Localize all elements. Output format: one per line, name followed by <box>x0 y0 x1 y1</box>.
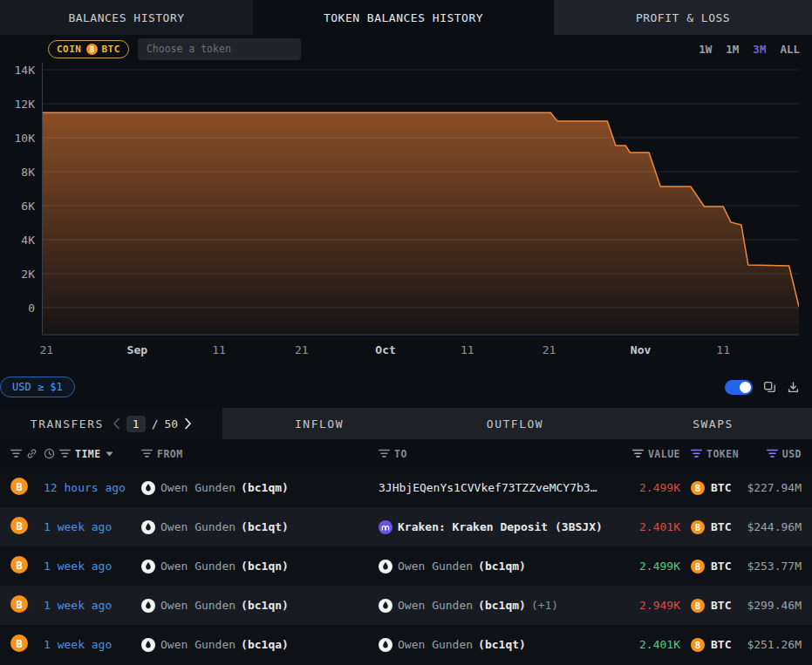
coin-filter-chip[interactable]: COIN B BTC <box>48 40 129 58</box>
token-search-input[interactable] <box>138 38 301 60</box>
entity-name: Owen Gunden <box>160 520 235 533</box>
y-tick: 14K <box>0 64 35 77</box>
copy-icon[interactable] <box>763 381 776 394</box>
column-token: TOKEN <box>680 448 747 460</box>
entity-name: Owen Gunden <box>160 560 235 573</box>
y-tick: 8K <box>0 166 35 179</box>
to-entity[interactable]: Owen Gunden(bc1qt) <box>379 638 638 652</box>
column-label-value[interactable]: VALUE <box>648 448 680 460</box>
table-tab-inflow[interactable]: INFLOW <box>222 408 416 439</box>
tab-token-balances-history[interactable]: TOKEN BALANCES HISTORY <box>253 0 554 35</box>
filter-icon[interactable] <box>141 449 153 458</box>
filter-icon[interactable] <box>767 449 778 458</box>
from-entity[interactable]: Owen Gunden(bc1qa) <box>141 638 379 652</box>
table-tab-swaps[interactable]: SWAPS <box>614 408 812 439</box>
table-row[interactable]: B1 week agoOwen Gunden(bc1qn)Owen Gunden… <box>0 546 812 586</box>
transfer-value: 2.499K <box>638 560 680 573</box>
btc-icon: B <box>691 638 705 652</box>
y-tick: 4K <box>0 234 35 247</box>
table-row[interactable]: B12 hours agoOwen Gunden(bc1qm)3JHbjEQen… <box>0 468 812 507</box>
transfer-time-link[interactable]: 1 week ago <box>44 599 141 612</box>
x-tick: 11 <box>716 343 730 356</box>
transfer-value: 2.949K <box>638 599 680 612</box>
transfer-time-link[interactable]: 12 hours ago <box>44 481 141 494</box>
from-entity[interactable]: Owen Gunden(bc1qn) <box>141 560 379 573</box>
svg-text:B: B <box>16 480 23 493</box>
svg-text:B: B <box>695 484 700 493</box>
total-pages: 50 <box>164 417 178 431</box>
current-page[interactable]: 1 <box>126 416 146 432</box>
to-entity[interactable]: Owen Gunden(bc1qm)(+1) <box>379 599 638 613</box>
column-label-usd[interactable]: USD <box>782 448 802 460</box>
column-label-from[interactable]: FROM <box>157 448 183 460</box>
clock-icon[interactable] <box>44 448 55 459</box>
range-all[interactable]: ALL <box>780 43 800 56</box>
filter-icon[interactable] <box>691 449 702 458</box>
column-usd: USD <box>747 448 802 460</box>
from-entity[interactable]: Owen Gunden(bc1qt) <box>141 520 379 534</box>
transfer-time-link[interactable]: 1 week ago <box>44 560 141 573</box>
transfer-time-link[interactable]: 1 week ago <box>44 520 141 533</box>
filter-icon[interactable] <box>632 449 644 458</box>
btc-icon: B <box>691 560 705 573</box>
token-symbol: BTC <box>711 599 731 612</box>
btc-icon: B <box>691 599 705 613</box>
entity-name: Owen Gunden <box>398 560 473 573</box>
chart-toggle[interactable] <box>725 380 753 395</box>
btc-icon: B <box>10 634 28 652</box>
column-label-token[interactable]: TOKEN <box>706 448 739 460</box>
btc-icon: B <box>86 44 98 55</box>
to-entity[interactable]: 3JHbjEQenYs1CVVkef73TZZveMCY7b3… <box>379 481 638 494</box>
table-tab-label: SWAPS <box>693 417 734 431</box>
table-tab-outflow[interactable]: OUTFLOW <box>416 408 614 439</box>
avatar-icon <box>141 599 155 613</box>
table-row[interactable]: B1 week agoOwen Gunden(bc1qa)Owen Gunden… <box>0 625 812 664</box>
y-tick: 12K <box>0 98 35 111</box>
transfer-time-link[interactable]: 1 week ago <box>44 638 141 651</box>
view-tabbar: BALANCES HISTORYTOKEN BALANCES HISTORYPR… <box>0 0 812 35</box>
table-row[interactable]: B1 week agoOwen Gunden(bc1qt)Kraken: Kra… <box>0 507 812 546</box>
range-1m[interactable]: 1M <box>726 43 739 56</box>
download-icon[interactable] <box>787 381 800 394</box>
row-token-icon-cell: B <box>10 556 44 576</box>
table-tab-transfers[interactable]: TRANSFERS1/50 <box>0 408 222 439</box>
entity-address: (bc1qm) <box>241 481 289 494</box>
tab-profit-loss[interactable]: PROFIT & LOSS <box>554 0 812 35</box>
to-entity[interactable]: Kraken: Kraken Deposit (3BSJX) <box>379 520 638 534</box>
entity-address: 3JHbjEQenYs1CVVkef73TZZveMCY7b3… <box>379 481 597 494</box>
range-1w[interactable]: 1W <box>699 43 712 56</box>
to-entity[interactable]: Owen Gunden(bc1qm) <box>379 560 638 573</box>
entity-address: (bc1qa) <box>241 638 289 651</box>
token-symbol: BTC <box>711 481 731 494</box>
table-header: TIMEFROMTOVALUETOKENUSD <box>0 439 812 468</box>
balance-area-chart <box>42 63 799 336</box>
filter-icon[interactable] <box>10 449 22 458</box>
column-label-to[interactable]: TO <box>394 448 407 460</box>
svg-text:B: B <box>16 598 23 611</box>
y-tick: 6K <box>0 200 35 213</box>
filter-icon[interactable] <box>379 449 390 458</box>
entity-name: Owen Gunden <box>160 481 235 494</box>
btc-icon: B <box>691 481 705 495</box>
tab-balances-history[interactable]: BALANCES HISTORY <box>0 0 253 35</box>
from-entity[interactable]: Owen Gunden(bc1qm) <box>141 481 379 495</box>
transfer-value: 2.401K <box>638 638 680 651</box>
link-icon[interactable] <box>26 448 38 459</box>
column-label-time[interactable]: TIME <box>75 448 101 460</box>
table-tab-label: INFLOW <box>295 417 344 431</box>
next-page-button[interactable] <box>184 417 192 430</box>
prev-page-button[interactable] <box>113 417 120 430</box>
column-time: TIME <box>44 448 141 460</box>
y-tick: 2K <box>0 268 35 281</box>
token-cell: BBTC <box>680 638 747 652</box>
table-tabbar: TRANSFERS1/50INFLOWOUTFLOWSWAPS <box>0 408 812 439</box>
x-tick: 21 <box>542 343 556 356</box>
filter-icon[interactable] <box>59 449 71 458</box>
area-fill <box>42 112 799 336</box>
svg-text:B: B <box>16 637 23 650</box>
range-3m[interactable]: 3M <box>753 43 766 56</box>
table-row[interactable]: B1 week agoOwen Gunden(bc1qn)Owen Gunden… <box>0 586 812 625</box>
usd-filter-chip[interactable]: USD ≥ $1 <box>0 377 75 397</box>
chevron-down-icon[interactable] <box>106 451 113 457</box>
from-entity[interactable]: Owen Gunden(bc1qn) <box>141 599 379 613</box>
